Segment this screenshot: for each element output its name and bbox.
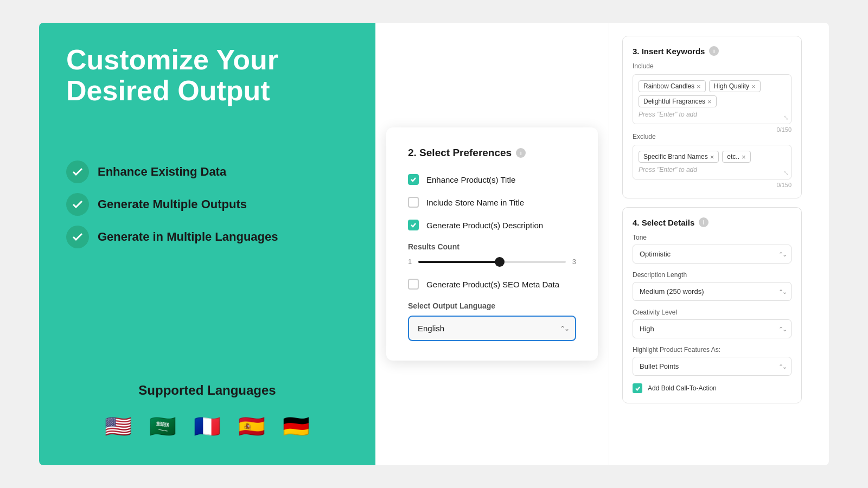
exclude-placeholder: Press "Enter" to add: [639, 166, 786, 174]
slider-fill: [418, 261, 499, 263]
exclude-tags-area[interactable]: Specific Brand Names × etc.. × Press "En…: [633, 145, 792, 179]
include-tags-row: Rainbow Candles × High Quality × Delight…: [639, 80, 786, 107]
seo-meta-row: Generate Product(s) SEO Meta Data: [408, 279, 576, 290]
feature-text-3: Generate in Multiple Languages: [98, 230, 278, 244]
flags-row: 🇺🇸 🇸🇦 🇫🇷 🇪🇸 🇩🇪: [66, 409, 348, 444]
preferences-info-icon[interactable]: i: [516, 148, 526, 158]
description-length-label: Description Length: [633, 271, 792, 279]
flag-us: 🇺🇸: [101, 409, 136, 444]
feature-item-1: Enhance Existing Data: [66, 160, 348, 183]
exclude-label: Exclude: [633, 133, 792, 140]
features-list: Enhance Existing Data Generate Multiple …: [66, 160, 348, 248]
tone-row: Tone Optimistic Professional Casual Form…: [633, 234, 792, 264]
tag-rainbow-candles[interactable]: Rainbow Candles ×: [639, 80, 706, 92]
enhance-title-label: Enhance Product(s) Title: [426, 175, 515, 184]
tag-close-delightful[interactable]: ×: [707, 98, 712, 105]
flag-sa: 🇸🇦: [145, 409, 180, 444]
generate-desc-checkbox[interactable]: [408, 220, 419, 230]
include-char-count: 0/150: [633, 126, 792, 133]
supported-languages-title: Supported Languages: [66, 383, 348, 398]
tag-delightful[interactable]: Delightful Fragrances ×: [639, 95, 717, 107]
check-circle-1: [66, 160, 89, 183]
store-name-checkbox[interactable]: [408, 197, 419, 208]
creativity-level-select-wrapper[interactable]: Low Medium High: [633, 319, 792, 338]
left-panel: Customize Your Desired Output Enhance Ex…: [39, 23, 375, 465]
supported-languages-section: Supported Languages 🇺🇸 🇸🇦 🇫🇷 🇪🇸 🇩🇪: [66, 361, 348, 444]
slider-thumb[interactable]: [495, 257, 505, 267]
include-tags-area[interactable]: Rainbow Candles × High Quality × Delight…: [633, 74, 792, 124]
tag-high-quality[interactable]: High Quality ×: [709, 80, 761, 92]
description-length-select-wrapper[interactable]: Short (100 words) Medium (250 words) Lon…: [633, 282, 792, 301]
enhance-title-row: Enhance Product(s) Title: [408, 174, 576, 185]
language-select[interactable]: English Arabic French Spanish German: [408, 316, 576, 341]
highlight-features-label: Highlight Product Features As:: [633, 346, 792, 354]
store-name-row: Include Store Name in Title: [408, 197, 576, 208]
generate-desc-row: Generate Product(s) Description: [408, 220, 576, 230]
include-label: Include: [633, 62, 792, 70]
slider-min: 1: [408, 258, 412, 266]
feature-item-2: Generate Multiple Outputs: [66, 193, 348, 216]
seo-meta-checkbox[interactable]: [408, 279, 419, 290]
tone-label: Tone: [633, 234, 792, 241]
middle-panel: 2. Select Preferences i Enhance Product(…: [375, 23, 609, 465]
store-name-label: Include Store Name in Title: [426, 198, 524, 207]
creativity-level-label: Creativity Level: [633, 309, 792, 316]
check-circle-3: [66, 226, 89, 248]
keywords-info-icon[interactable]: i: [709, 46, 719, 56]
description-length-select[interactable]: Short (100 words) Medium (250 words) Lon…: [633, 282, 792, 301]
tag-close-high-quality[interactable]: ×: [751, 83, 756, 90]
exclude-char-count: 0/150: [633, 182, 792, 188]
feature-text-2: Generate Multiple Outputs: [98, 197, 247, 211]
details-info-icon[interactable]: i: [699, 217, 709, 227]
highlight-features-select[interactable]: Bullet Points Numbered List Paragraph: [633, 357, 792, 376]
preferences-card: 2. Select Preferences i Enhance Product(…: [386, 127, 598, 361]
cta-row: Add Bold Call-To-Action: [633, 383, 792, 393]
exclude-tags-row: Specific Brand Names × etc.. ×: [639, 151, 786, 163]
details-card: 4. Select Details i Tone Optimistic Prof…: [622, 207, 802, 403]
generate-desc-label: Generate Product(s) Description: [426, 221, 543, 230]
tone-select[interactable]: Optimistic Professional Casual Formal: [633, 245, 792, 264]
cta-checkbox[interactable]: [633, 383, 642, 393]
results-count-slider-row: 1 3: [408, 258, 576, 266]
tag-close-etc[interactable]: ×: [742, 153, 746, 160]
highlight-features-row: Highlight Product Features As: Bullet Po…: [633, 346, 792, 376]
tag-brand-names[interactable]: Specific Brand Names ×: [639, 151, 719, 163]
keywords-section-title: 3. Insert Keywords i: [633, 46, 792, 56]
tag-close-rainbow[interactable]: ×: [697, 83, 701, 90]
highlight-features-select-wrapper[interactable]: Bullet Points Numbered List Paragraph: [633, 357, 792, 376]
feature-text-1: Enhance Existing Data: [98, 165, 226, 179]
preferences-section-title: 2. Select Preferences i: [408, 147, 576, 159]
description-length-row: Description Length Short (100 words) Med…: [633, 271, 792, 301]
cta-label: Add Bold Call-To-Action: [648, 384, 717, 392]
feature-item-3: Generate in Multiple Languages: [66, 226, 348, 248]
details-section-title: 4. Select Details i: [633, 217, 792, 227]
include-placeholder: Press "Enter" to add: [639, 111, 786, 118]
flag-fr: 🇫🇷: [190, 409, 225, 444]
flag-de: 🇩🇪: [279, 409, 314, 444]
seo-meta-label: Generate Product(s) SEO Meta Data: [426, 280, 559, 289]
hero-title: Customize Your Desired Output: [66, 44, 348, 106]
tag-close-brand[interactable]: ×: [710, 153, 714, 160]
enhance-title-checkbox[interactable]: [408, 174, 419, 185]
results-count-label: Results Count: [408, 242, 576, 251]
slider-max: 3: [572, 258, 576, 266]
language-select-wrapper[interactable]: English Arabic French Spanish German: [408, 316, 576, 341]
creativity-level-row: Creativity Level Low Medium High: [633, 309, 792, 338]
keywords-card: 3. Insert Keywords i Include Rainbow Can…: [622, 36, 802, 198]
language-label: Select Output Language: [408, 301, 576, 310]
creativity-level-select[interactable]: Low Medium High: [633, 319, 792, 338]
include-resize-icon: ⤡: [783, 114, 789, 121]
right-panel: 3. Insert Keywords i Include Rainbow Can…: [609, 23, 815, 465]
results-count-slider[interactable]: [418, 260, 566, 264]
exclude-resize-icon: ⤡: [783, 169, 789, 177]
tone-select-wrapper[interactable]: Optimistic Professional Casual Formal: [633, 245, 792, 264]
tag-etc[interactable]: etc.. ×: [722, 151, 750, 163]
check-circle-2: [66, 193, 89, 216]
flag-es: 🇪🇸: [234, 409, 269, 444]
